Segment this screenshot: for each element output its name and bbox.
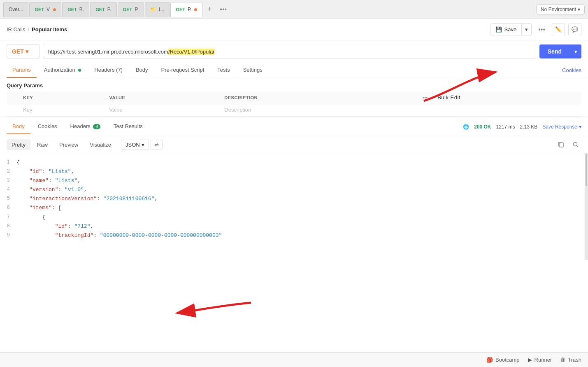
response-section: Body Cookies Headers 8 Test Results 🌐 20… <box>0 117 588 260</box>
tab-tests-label: Tests <box>217 67 230 73</box>
bulk-edit-button[interactable]: Bulk Edit <box>437 94 460 101</box>
search-button[interactable] <box>570 139 581 150</box>
url-input[interactable]: https://irtest-serving01.mir.prod.reco.m… <box>43 45 536 58</box>
tab-method: GET <box>67 7 77 12</box>
environment-selector[interactable]: No Environment ▾ <box>536 5 585 14</box>
tab-headers[interactable]: Headers (7) <box>88 63 128 78</box>
line-content: "name": "Lists", <box>16 176 588 185</box>
comment-button[interactable]: 💬 <box>568 23 581 36</box>
code-line-7: 7 { <box>0 213 588 222</box>
line-number: 2 <box>0 167 16 176</box>
resp-tab-cookies[interactable]: Cookies <box>32 119 63 134</box>
key-input-cell[interactable]: Key <box>19 103 105 117</box>
add-tab-button[interactable]: + <box>203 2 216 16</box>
bootcamp-button[interactable]: 🎒 Bootcamp <box>486 357 520 363</box>
value-input-cell[interactable]: Value <box>105 103 220 117</box>
tab-tests[interactable]: Tests <box>211 63 235 78</box>
save-button[interactable]: 💾 Save <box>490 24 522 35</box>
copy-button[interactable] <box>555 139 567 150</box>
method-selector[interactable]: GET ▾ <box>7 44 40 58</box>
col-value: VALUE <box>105 92 220 103</box>
tab-get-b[interactable]: GET B. <box>62 2 89 17</box>
send-button[interactable]: Send <box>539 44 570 58</box>
tab-settings[interactable]: Settings <box>237 63 268 78</box>
resp-tab-test-results[interactable]: Test Results <box>108 119 149 134</box>
format-selector[interactable]: JSON ▾ <box>121 140 149 150</box>
desc-input-cell[interactable]: Description <box>220 103 417 117</box>
request-header: IR Calls / Popular Items 💾 Save ▾ ••• ✏️… <box>0 19 588 40</box>
breadcrumb-separator: / <box>28 26 30 33</box>
url-base: https://irtest-serving01.mir.prod.reco.m… <box>48 49 168 55</box>
tab-get-p2[interactable]: GET P. <box>118 2 144 17</box>
trash-label: Trash <box>568 357 581 363</box>
code-actions <box>555 139 581 150</box>
line-number: 6 <box>0 203 16 213</box>
line-content: "items": [ <box>16 203 588 213</box>
tab-folder-i[interactable]: 📁 I... <box>145 2 170 17</box>
tab-body[interactable]: Body <box>130 63 154 78</box>
globe-icon: 🌐 <box>463 124 469 130</box>
tab-dot-icon <box>53 8 56 11</box>
tab-overview[interactable]: Over... <box>3 2 28 17</box>
code-line-4: 4 "version": "v1.0", <box>0 185 588 194</box>
col-actions: ••• <box>417 92 433 103</box>
comment-icon: 💬 <box>572 26 578 33</box>
tab-authorization[interactable]: Authorization <box>38 63 87 78</box>
code-view[interactable]: 1 { 2 "id": "Lists", 3 "name": "Lists", … <box>0 153 588 260</box>
search-icon <box>572 141 579 148</box>
code-tab-visualize[interactable]: Visualize <box>85 139 116 150</box>
scrollbar-thumb[interactable] <box>586 154 587 186</box>
code-line-9: 9 "trackingId": "00000000-0000-0000-0000… <box>0 231 588 240</box>
resp-tab-test-results-label: Test Results <box>114 123 143 129</box>
tab-get-p1[interactable]: GET P. <box>90 2 116 17</box>
line-number: 9 <box>0 231 16 240</box>
scrollbar-track[interactable] <box>585 153 588 260</box>
save-dropdown-arrow[interactable]: ▾ <box>522 24 531 35</box>
line-content: "trackingId": "00000000-0000-0000-0000-0… <box>16 231 588 240</box>
line-number: 8 <box>0 222 16 231</box>
tab-body-label: Body <box>136 67 148 73</box>
line-content: "interactionsVersion": "20210811100616", <box>16 194 588 203</box>
query-params-section: Query Params KEY VALUE DESCRIPTION ••• B… <box>0 78 588 117</box>
save-response-button[interactable]: Save Response ▾ <box>542 124 581 130</box>
format-label: JSON <box>126 142 140 148</box>
tab-method: GET <box>176 7 185 12</box>
wrap-button[interactable]: ⇌ <box>151 140 163 150</box>
line-content: "id": "712", <box>16 222 588 231</box>
line-content: "version": "v1.0", <box>16 185 588 194</box>
line-content: { <box>16 158 588 167</box>
header-actions: 💾 Save ▾ ••• ✏️ 💬 <box>490 23 581 36</box>
tab-dot-icon <box>194 8 197 11</box>
environment-label: No Environment <box>541 7 576 12</box>
tab-get-v[interactable]: GET V. <box>29 2 61 17</box>
tab-prerequest[interactable]: Pre-request Script <box>156 63 210 78</box>
method-dropdown-icon: ▾ <box>26 48 28 55</box>
tab-more-button[interactable]: ••• <box>216 3 230 16</box>
code-tab-pretty[interactable]: Pretty <box>7 139 30 150</box>
breadcrumb-parent[interactable]: IR Calls <box>7 26 26 33</box>
tab-label: P. <box>107 7 112 12</box>
query-params-title: Query Params <box>7 82 581 89</box>
trash-icon: 🗑 <box>560 357 565 363</box>
wrap-icon: ⇌ <box>154 142 159 148</box>
edit-button[interactable]: ✏️ <box>552 23 565 36</box>
send-dropdown-arrow[interactable]: ▾ <box>570 45 581 58</box>
resp-tab-headers-label: Headers <box>70 123 91 129</box>
trash-button[interactable]: 🗑 Trash <box>560 357 581 363</box>
code-tab-raw[interactable]: Raw <box>32 139 53 150</box>
runner-icon: ▶ <box>528 357 532 363</box>
cookies-link[interactable]: Cookies <box>562 67 581 73</box>
code-tab-preview-label: Preview <box>59 142 78 148</box>
resp-tab-headers[interactable]: Headers 8 <box>65 119 106 134</box>
code-tab-preview[interactable]: Preview <box>54 139 83 150</box>
more-options-button[interactable]: ••• <box>535 24 548 35</box>
tab-label: P. <box>188 7 192 12</box>
table-more-icon[interactable]: ••• <box>423 95 428 100</box>
svg-rect-0 <box>559 143 563 147</box>
resp-tab-body[interactable]: Body <box>7 119 30 134</box>
tab-label: P. <box>135 7 139 12</box>
tab-params[interactable]: Params <box>7 63 37 78</box>
response-status: 200 OK <box>474 124 491 130</box>
tab-get-p3[interactable]: GET P. <box>170 2 202 17</box>
runner-button[interactable]: ▶ Runner <box>528 357 552 363</box>
